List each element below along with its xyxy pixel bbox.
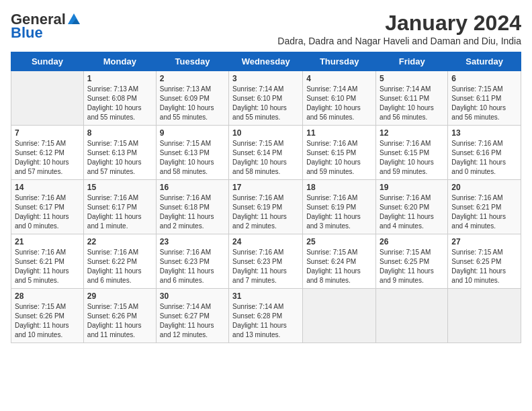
day-number: 15 (87, 183, 152, 192)
calendar-week-row: 21Sunrise: 7:16 AM Sunset: 6:21 PM Dayli… (11, 234, 521, 289)
day-info: Sunrise: 7:15 AM Sunset: 6:11 PM Dayligh… (451, 85, 517, 122)
calendar-cell: 3Sunrise: 7:14 AM Sunset: 6:10 PM Daylig… (229, 71, 303, 126)
calendar-cell: 6Sunrise: 7:15 AM Sunset: 6:11 PM Daylig… (448, 71, 521, 126)
calendar-week-row: 14Sunrise: 7:16 AM Sunset: 6:17 PM Dayli… (11, 180, 521, 234)
day-number: 26 (380, 237, 444, 246)
calendar-cell: 27Sunrise: 7:15 AM Sunset: 6:25 PM Dayli… (448, 234, 521, 289)
day-number: 22 (87, 237, 152, 246)
day-number: 20 (451, 183, 517, 192)
day-number: 23 (160, 237, 225, 246)
calendar-cell: 13Sunrise: 7:16 AM Sunset: 6:16 PM Dayli… (448, 126, 521, 180)
calendar-cell: 16Sunrise: 7:16 AM Sunset: 6:18 PM Dayli… (156, 180, 228, 234)
day-info: Sunrise: 7:16 AM Sunset: 6:20 PM Dayligh… (380, 193, 444, 231)
day-of-week-header: Friday (376, 52, 448, 71)
day-number: 2 (160, 74, 225, 83)
day-info: Sunrise: 7:15 AM Sunset: 6:25 PM Dayligh… (451, 248, 517, 285)
day-of-week-header: Monday (83, 52, 156, 71)
day-info: Sunrise: 7:13 AM Sunset: 6:08 PM Dayligh… (87, 85, 152, 122)
title-section: January 2024 Dadra, Dadra and Nagar Have… (277, 11, 521, 46)
calendar-cell: 5Sunrise: 7:14 AM Sunset: 6:11 PM Daylig… (376, 71, 448, 126)
day-info: Sunrise: 7:16 AM Sunset: 6:23 PM Dayligh… (232, 248, 299, 285)
day-number: 24 (232, 237, 299, 246)
day-info: Sunrise: 7:15 AM Sunset: 6:12 PM Dayligh… (15, 139, 80, 177)
calendar-cell: 2Sunrise: 7:13 AM Sunset: 6:09 PM Daylig… (156, 71, 228, 126)
day-number: 17 (232, 183, 299, 192)
calendar-header-row: SundayMondayTuesdayWednesdayThursdayFrid… (11, 52, 521, 71)
day-of-week-header: Sunday (11, 52, 84, 71)
day-number: 1 (87, 74, 152, 83)
day-number: 19 (380, 183, 444, 192)
calendar-cell: 26Sunrise: 7:15 AM Sunset: 6:25 PM Dayli… (376, 234, 448, 289)
calendar-cell: 14Sunrise: 7:16 AM Sunset: 6:17 PM Dayli… (11, 180, 84, 234)
day-info: Sunrise: 7:16 AM Sunset: 6:19 PM Dayligh… (306, 193, 372, 231)
logo-blue: Blue (11, 24, 43, 42)
day-of-week-header: Wednesday (229, 52, 303, 71)
day-number: 21 (15, 237, 80, 246)
page-header: General Blue January 2024 Dadra, Dadra a… (11, 11, 521, 46)
calendar-cell (11, 71, 84, 126)
day-info: Sunrise: 7:16 AM Sunset: 6:21 PM Dayligh… (451, 193, 517, 231)
day-info: Sunrise: 7:15 AM Sunset: 6:13 PM Dayligh… (87, 139, 152, 177)
day-info: Sunrise: 7:16 AM Sunset: 6:22 PM Dayligh… (87, 248, 152, 285)
day-info: Sunrise: 7:16 AM Sunset: 6:23 PM Dayligh… (160, 248, 225, 285)
day-info: Sunrise: 7:15 AM Sunset: 6:14 PM Dayligh… (232, 139, 299, 177)
calendar-cell: 21Sunrise: 7:16 AM Sunset: 6:21 PM Dayli… (11, 234, 84, 289)
day-info: Sunrise: 7:15 AM Sunset: 6:26 PM Dayligh… (87, 302, 152, 340)
day-number: 18 (306, 183, 372, 192)
calendar-cell: 25Sunrise: 7:15 AM Sunset: 6:24 PM Dayli… (303, 234, 376, 289)
calendar-cell: 15Sunrise: 7:16 AM Sunset: 6:17 PM Dayli… (83, 180, 156, 234)
calendar-cell: 12Sunrise: 7:16 AM Sunset: 6:15 PM Dayli… (376, 126, 448, 180)
day-number: 30 (160, 291, 225, 301)
day-number: 16 (160, 183, 225, 192)
day-number: 11 (306, 128, 372, 138)
calendar-cell: 24Sunrise: 7:16 AM Sunset: 6:23 PM Dayli… (229, 234, 303, 289)
calendar-cell (448, 289, 521, 343)
day-info: Sunrise: 7:16 AM Sunset: 6:17 PM Dayligh… (87, 193, 152, 231)
day-number: 25 (306, 237, 372, 246)
location-title: Dadra, Dadra and Nagar Haveli and Daman … (277, 36, 521, 46)
calendar-week-row: 28Sunrise: 7:15 AM Sunset: 6:26 PM Dayli… (11, 289, 521, 343)
day-number: 13 (451, 128, 517, 138)
day-number: 4 (306, 74, 372, 83)
calendar-cell: 18Sunrise: 7:16 AM Sunset: 6:19 PM Dayli… (303, 180, 376, 234)
day-info: Sunrise: 7:14 AM Sunset: 6:11 PM Dayligh… (380, 85, 444, 122)
day-info: Sunrise: 7:16 AM Sunset: 6:18 PM Dayligh… (160, 193, 225, 231)
day-of-week-header: Thursday (303, 52, 376, 71)
calendar-cell: 8Sunrise: 7:15 AM Sunset: 6:13 PM Daylig… (83, 126, 156, 180)
day-of-week-header: Tuesday (156, 52, 228, 71)
day-number: 3 (232, 74, 299, 83)
day-info: Sunrise: 7:16 AM Sunset: 6:15 PM Dayligh… (380, 139, 444, 177)
day-info: Sunrise: 7:14 AM Sunset: 6:27 PM Dayligh… (160, 302, 225, 340)
day-info: Sunrise: 7:15 AM Sunset: 6:13 PM Dayligh… (160, 139, 225, 177)
day-number: 31 (232, 291, 299, 301)
day-number: 9 (160, 128, 225, 138)
day-number: 27 (451, 237, 517, 246)
day-info: Sunrise: 7:15 AM Sunset: 6:26 PM Dayligh… (15, 302, 80, 340)
calendar-cell: 31Sunrise: 7:14 AM Sunset: 6:28 PM Dayli… (229, 289, 303, 343)
calendar-table: SundayMondayTuesdayWednesdayThursdayFrid… (11, 52, 521, 343)
day-number: 10 (232, 128, 299, 138)
calendar-cell: 19Sunrise: 7:16 AM Sunset: 6:20 PM Dayli… (376, 180, 448, 234)
day-number: 12 (380, 128, 444, 138)
day-info: Sunrise: 7:14 AM Sunset: 6:28 PM Dayligh… (232, 302, 299, 340)
calendar-cell: 28Sunrise: 7:15 AM Sunset: 6:26 PM Dayli… (11, 289, 84, 343)
day-info: Sunrise: 7:16 AM Sunset: 6:16 PM Dayligh… (451, 139, 517, 177)
calendar-cell: 10Sunrise: 7:15 AM Sunset: 6:14 PM Dayli… (229, 126, 303, 180)
calendar-cell: 9Sunrise: 7:15 AM Sunset: 6:13 PM Daylig… (156, 126, 228, 180)
day-of-week-header: Saturday (448, 52, 521, 71)
day-info: Sunrise: 7:14 AM Sunset: 6:10 PM Dayligh… (232, 85, 299, 122)
calendar-week-row: 1Sunrise: 7:13 AM Sunset: 6:08 PM Daylig… (11, 71, 521, 126)
calendar-cell: 17Sunrise: 7:16 AM Sunset: 6:19 PM Dayli… (229, 180, 303, 234)
day-info: Sunrise: 7:15 AM Sunset: 6:25 PM Dayligh… (380, 248, 444, 285)
day-info: Sunrise: 7:16 AM Sunset: 6:21 PM Dayligh… (15, 248, 80, 285)
day-number: 7 (15, 128, 80, 138)
day-info: Sunrise: 7:14 AM Sunset: 6:10 PM Dayligh… (306, 85, 372, 122)
logo-icon (66, 12, 81, 27)
day-number: 5 (380, 74, 444, 83)
calendar-cell: 4Sunrise: 7:14 AM Sunset: 6:10 PM Daylig… (303, 71, 376, 126)
calendar-cell: 20Sunrise: 7:16 AM Sunset: 6:21 PM Dayli… (448, 180, 521, 234)
calendar-cell: 29Sunrise: 7:15 AM Sunset: 6:26 PM Dayli… (83, 289, 156, 343)
day-info: Sunrise: 7:15 AM Sunset: 6:24 PM Dayligh… (306, 248, 372, 285)
day-info: Sunrise: 7:16 AM Sunset: 6:17 PM Dayligh… (15, 193, 80, 231)
calendar-cell: 11Sunrise: 7:16 AM Sunset: 6:15 PM Dayli… (303, 126, 376, 180)
